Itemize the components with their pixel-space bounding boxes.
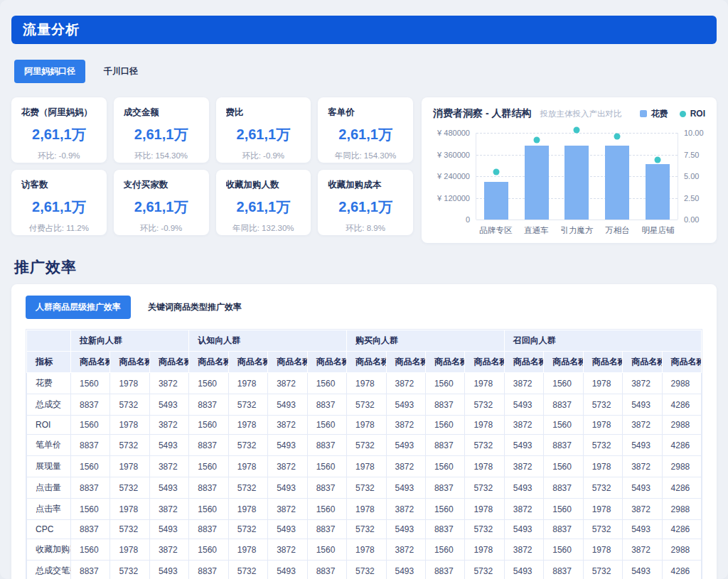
value-cell: 1560 [425, 373, 464, 394]
value-cell: 1560 [189, 416, 228, 435]
tab-crowd-product-efficiency[interactable]: 人群商品层级推广效率 [26, 296, 131, 319]
value-cell: 5493 [386, 561, 425, 579]
value-cell: 1560 [307, 416, 346, 435]
value-cell: 8837 [71, 394, 110, 416]
group-header-cell: 召回向人群 [504, 330, 701, 352]
kpi-title: 花费（阿里妈妈） [21, 107, 97, 119]
metric-label-cell: 收藏加购率 [27, 539, 71, 561]
value-cell: 3872 [149, 416, 188, 435]
value-cell: 5493 [623, 561, 662, 579]
value-cell: 8837 [307, 520, 346, 539]
value-cell: 5732 [465, 394, 504, 416]
left-axis: ¥ 480000¥ 360000¥ 240000¥ 1200000 [433, 133, 476, 220]
metric-label-cell: 总成交 [27, 394, 71, 416]
value-cell: 5493 [268, 435, 307, 456]
value-cell: 8837 [425, 394, 464, 416]
value-cell: 5493 [386, 435, 425, 456]
value-cell: 3872 [504, 416, 543, 435]
value-cell: 1978 [465, 456, 504, 477]
kpi-card: 成交金额2,61,1万环比: 154.30% [114, 97, 209, 163]
category-label: 明星店铺 [638, 225, 678, 236]
roi-dot [493, 168, 500, 175]
column-header-row: 指标商品名称商品名称商品名称商品名称商品名称商品名称商品名称商品名称商品名称商品… [27, 352, 702, 373]
page-title: 流量分析 [23, 21, 80, 39]
left-axis-tick: ¥ 240000 [437, 172, 470, 180]
value-cell: 5732 [465, 477, 504, 499]
table-row: 总成交8837573254938837573254938837573254938… [27, 394, 702, 416]
value-cell: 1560 [71, 539, 110, 561]
value-cell: 1978 [465, 416, 504, 435]
value-cell: 5493 [268, 394, 307, 416]
product-name-header-cell: 商品名称 [189, 352, 228, 373]
chart-slot [597, 133, 638, 220]
kpi-card: 花费（阿里妈妈）2,61,1万环比: -0.9% [11, 97, 107, 163]
value-cell: 1560 [189, 539, 228, 561]
value-cell: 5732 [583, 520, 622, 539]
kpi-grid: 花费（阿里妈妈）2,61,1万环比: -0.9%成交金额2,61,1万环比: 1… [11, 97, 413, 243]
value-cell: 1978 [347, 373, 386, 394]
tab-qianchuan-caliber[interactable]: 千川口径 [104, 65, 138, 77]
roi-dot [533, 136, 540, 143]
value-cell: 5493 [504, 435, 543, 456]
value-cell: 3872 [268, 539, 307, 561]
category-label: 万相台 [597, 225, 638, 236]
value-cell: 8837 [189, 435, 228, 456]
value-cell: 2988 [662, 499, 701, 520]
value-cell: 4286 [662, 561, 701, 579]
value-cell: 1978 [347, 539, 386, 561]
plot-column: 品牌专区直通车引力魔方万相台明星店铺 [476, 133, 678, 236]
consumer-insight-panel: 消费者洞察 - 人群结构 投放主体投入产出对比 花费ROI ¥ 480000¥ … [422, 97, 717, 243]
value-cell: 8837 [71, 520, 110, 539]
metric-label-cell: 总成交笔数 [27, 561, 71, 579]
chart-slot [557, 133, 597, 220]
value-cell: 3872 [268, 456, 307, 477]
kpi-value: 2,61,1万 [21, 125, 97, 144]
roi-dot [574, 127, 580, 134]
metric-label-cell: 展现量 [27, 456, 71, 477]
value-cell: 3872 [149, 373, 188, 394]
left-axis-tick: ¥ 120000 [437, 194, 470, 202]
product-name-header-cell: 商品名称 [425, 352, 464, 373]
tab-keyword-product-efficiency[interactable]: 关键词商品类型推广效率 [148, 301, 242, 313]
value-cell: 8837 [544, 561, 583, 579]
value-cell: 1978 [583, 499, 622, 520]
value-cell: 5493 [504, 477, 543, 499]
left-axis-tick: ¥ 480000 [437, 129, 470, 137]
value-cell: 1560 [189, 456, 228, 477]
value-cell: 3872 [149, 456, 188, 477]
value-cell: 1978 [347, 456, 386, 477]
value-cell: 5493 [386, 477, 425, 499]
promo-table-body: 花费15601978387215601978387215601978387215… [27, 373, 702, 579]
value-cell: 1560 [307, 456, 346, 477]
right-axis-tick: 7.50 [684, 151, 699, 159]
value-cell: 8837 [544, 394, 583, 416]
kpi-sub-metric: 环比: -0.9% [21, 151, 97, 161]
promo-table-wrap: 拉新向人群认知向人群购买向人群召回向人群指标商品名称商品名称商品名称商品名称商品… [26, 329, 702, 579]
metric-label-cell: CPC [27, 520, 71, 539]
corner-cell [27, 330, 71, 352]
value-cell: 5732 [110, 435, 149, 456]
value-cell: 3872 [386, 539, 425, 561]
product-name-header-cell: 商品名称 [583, 352, 622, 373]
table-row: 点击量8837573254938837573254938837573254938… [27, 477, 702, 499]
chart-legend: 花费ROI [640, 108, 705, 120]
value-cell: 1560 [307, 539, 346, 561]
bar-slots [476, 133, 678, 220]
group-header-cell: 认知向人群 [189, 330, 347, 352]
value-cell: 5493 [268, 477, 307, 499]
legend-item-roi: ROI [680, 109, 705, 119]
value-cell: 8837 [71, 435, 110, 456]
legend-label: ROI [690, 109, 705, 119]
value-cell: 1978 [347, 499, 386, 520]
product-name-header-cell: 商品名称 [544, 352, 583, 373]
value-cell: 1560 [307, 499, 346, 520]
value-cell: 1560 [425, 539, 464, 561]
value-cell: 8837 [544, 477, 583, 499]
value-cell: 1978 [228, 539, 267, 561]
value-cell: 5732 [583, 394, 622, 416]
product-name-header-cell: 商品名称 [228, 352, 267, 373]
kpi-card: 客单价2,61,1万年同比: 154.30% [318, 97, 413, 163]
value-cell: 5493 [268, 561, 307, 579]
tab-alimama-caliber[interactable]: 阿里妈妈口径 [14, 60, 85, 83]
value-cell: 5493 [268, 520, 307, 539]
